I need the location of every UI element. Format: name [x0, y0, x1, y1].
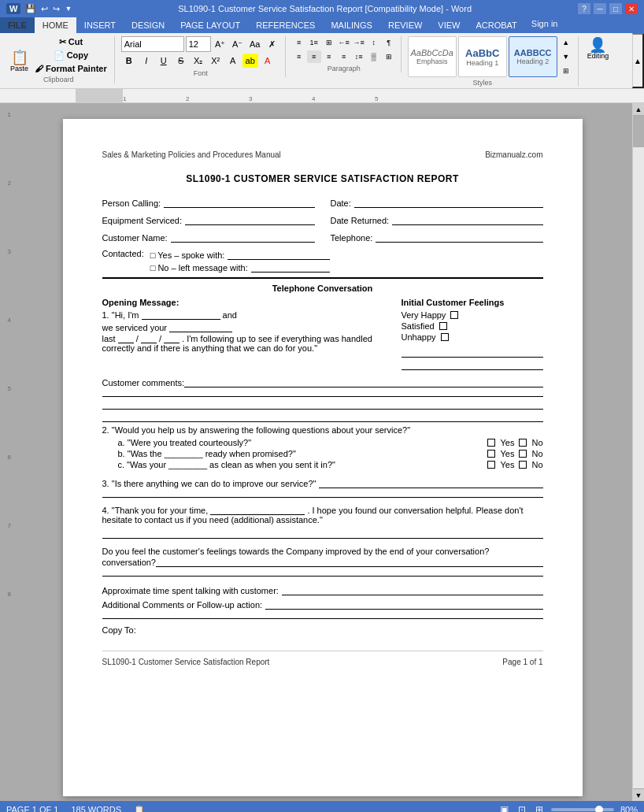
- styles-scroll-up-btn[interactable]: ▲: [559, 36, 573, 49]
- quick-save-btn[interactable]: 💾: [25, 4, 36, 14]
- form-row-2: Equipment Serviced: Date Returned:: [102, 214, 543, 225]
- style-heading2[interactable]: AABBCC Heading 2: [509, 36, 557, 77]
- quick-more-btn[interactable]: ▼: [65, 5, 72, 13]
- show-formatting-btn[interactable]: ¶: [382, 36, 396, 49]
- unhappy-label: Unhappy: [402, 332, 436, 342]
- font-color-btn[interactable]: A: [260, 54, 276, 68]
- clear-format-btn[interactable]: ✗: [265, 37, 280, 51]
- q2b-yesno: Yes No: [487, 449, 542, 458]
- increase-indent-btn[interactable]: →≡: [352, 36, 366, 49]
- clipboard-group: 📋 Paste ✂ Cut 📄 Copy 🖌 Format Painter Cl…: [3, 36, 115, 83]
- font-name-input[interactable]: [121, 36, 184, 52]
- document-page[interactable]: Sales & Marketing Policies and Procedure…: [63, 119, 583, 796]
- q2b-no-box[interactable]: [519, 450, 527, 458]
- heading2-label: Heading 2: [516, 57, 549, 65]
- tab-view[interactable]: VIEW: [430, 17, 468, 33]
- style-emphasis[interactable]: AaBbCcDa Emphasis: [408, 36, 457, 77]
- underline-btn[interactable]: U: [156, 54, 172, 68]
- editing-btn[interactable]: 👤 Editing: [585, 36, 612, 61]
- feelings-line1: [402, 348, 543, 358]
- numbering-btn[interactable]: 1≡: [307, 36, 321, 49]
- tab-review[interactable]: REVIEW: [380, 17, 430, 33]
- approx-time-row: Approximate time spent talking with cust…: [102, 584, 543, 595]
- close-btn[interactable]: ✕: [625, 3, 638, 14]
- format-painter-btn[interactable]: 🖌 Format Painter: [32, 63, 109, 74]
- borders-btn[interactable]: ⊞: [382, 50, 396, 63]
- scrollbar-vertical[interactable]: ▲ ▼: [632, 103, 644, 801]
- text-effects-btn[interactable]: A: [225, 54, 241, 68]
- sign-in-btn[interactable]: Sign in: [525, 17, 564, 33]
- very-happy-checkbox[interactable]: [450, 311, 458, 319]
- sort-btn[interactable]: ↕: [367, 36, 381, 49]
- zoom-thumb[interactable]: [595, 806, 603, 812]
- full-screen-btn[interactable]: ⊡: [516, 804, 527, 812]
- customer-name-line: [171, 232, 315, 243]
- scroll-down-btn[interactable]: ▼: [633, 788, 644, 801]
- left-col: Opening Message: 1. "Hi, I'm and we serv…: [102, 298, 386, 373]
- tab-page-layout[interactable]: PAGE LAYOUT: [172, 17, 248, 33]
- line-spacing-btn[interactable]: ↕≡: [352, 50, 366, 63]
- cut-btn[interactable]: ✂ Cut: [32, 36, 109, 48]
- q2c-no-box[interactable]: [519, 461, 527, 469]
- q2a-no-box[interactable]: [519, 439, 527, 447]
- multilevel-btn[interactable]: ⊞: [322, 36, 336, 49]
- ribbon-scroll-btn[interactable]: ▲: [632, 33, 644, 88]
- contacted-options: □ Yes – spoke with: □ No – left message …: [150, 249, 330, 273]
- superscript-btn[interactable]: X²: [208, 54, 224, 68]
- quick-redo-btn[interactable]: ↪: [53, 4, 60, 14]
- q2b-yes-label: Yes: [500, 449, 514, 458]
- feelings-answer-line: [156, 556, 543, 567]
- change-case-btn[interactable]: Aa: [247, 37, 263, 51]
- text-highlight-btn[interactable]: ab: [242, 54, 258, 68]
- clipboard-label: Clipboard: [43, 76, 74, 83]
- q2a-text: a. "Were you treated courteously?": [118, 438, 252, 447]
- tab-acrobat[interactable]: ACROBAT: [468, 17, 524, 33]
- q2c-yes-box[interactable]: [487, 461, 495, 469]
- q2c-text: c. "Was your ________ as clean as when y…: [118, 460, 335, 469]
- style-heading1[interactable]: AaBbC Heading 1: [458, 36, 507, 77]
- scroll-thumb[interactable]: [633, 116, 644, 147]
- scroll-up-btn[interactable]: ▲: [633, 103, 644, 116]
- unhappy-checkbox[interactable]: [441, 333, 449, 341]
- question-4: 4. "Thank you for your time, . I hope yo…: [102, 506, 543, 539]
- italic-btn[interactable]: I: [139, 54, 154, 68]
- bullets-btn[interactable]: ≡: [292, 36, 306, 49]
- tab-home[interactable]: HOME: [35, 17, 76, 33]
- align-right-btn[interactable]: ≡: [322, 50, 336, 63]
- print-layout-btn[interactable]: ▣: [498, 804, 510, 812]
- styles-more-btn[interactable]: ⊞: [559, 65, 573, 77]
- font-shrink-btn[interactable]: A⁻: [230, 37, 246, 51]
- tab-design[interactable]: DESIGN: [124, 17, 172, 33]
- styles-scroll-down-btn[interactable]: ▼: [559, 50, 573, 63]
- date-line: [354, 197, 543, 208]
- subscript-btn[interactable]: X₂: [191, 54, 206, 68]
- q2b-yes-box[interactable]: [487, 450, 495, 458]
- minimize-btn[interactable]: ─: [594, 3, 606, 14]
- quick-undo-btn[interactable]: ↩: [41, 4, 48, 14]
- shading-btn[interactable]: ▒: [367, 50, 381, 63]
- align-left-btn[interactable]: ≡: [292, 50, 306, 63]
- satisfied-checkbox[interactable]: [439, 322, 447, 330]
- font-size-input[interactable]: [186, 36, 211, 52]
- strikethrough-btn[interactable]: S: [173, 54, 189, 68]
- decrease-indent-btn[interactable]: ←≡: [337, 36, 351, 49]
- font-grow-btn[interactable]: A⁺: [213, 37, 228, 51]
- paste-btn[interactable]: 📋 Paste: [8, 49, 31, 74]
- q2a-yes-box[interactable]: [487, 439, 495, 447]
- opening-message-text: Opening Message:: [102, 298, 180, 307]
- tab-mailings[interactable]: MAILINGS: [323, 17, 380, 33]
- maximize-btn[interactable]: □: [609, 3, 622, 14]
- web-layout-btn[interactable]: ⊞: [534, 804, 545, 812]
- tab-file[interactable]: FILE: [0, 17, 35, 33]
- copy-btn[interactable]: 📄 Copy: [32, 50, 109, 61]
- zoom-slider[interactable]: [551, 808, 614, 811]
- bold-btn[interactable]: B: [121, 54, 137, 68]
- align-center-btn[interactable]: ≡: [307, 50, 321, 63]
- title-left: W 💾 ↩ ↪ ▼: [6, 3, 72, 14]
- tab-insert[interactable]: INSERT: [76, 17, 124, 33]
- justify-btn[interactable]: ≡: [337, 50, 351, 63]
- tab-references[interactable]: REFERENCES: [248, 17, 323, 33]
- help-btn[interactable]: ?: [578, 3, 590, 14]
- yes-option: □ Yes – spoke with:: [150, 250, 225, 260]
- doc-check-icon[interactable]: 📋: [134, 805, 145, 813]
